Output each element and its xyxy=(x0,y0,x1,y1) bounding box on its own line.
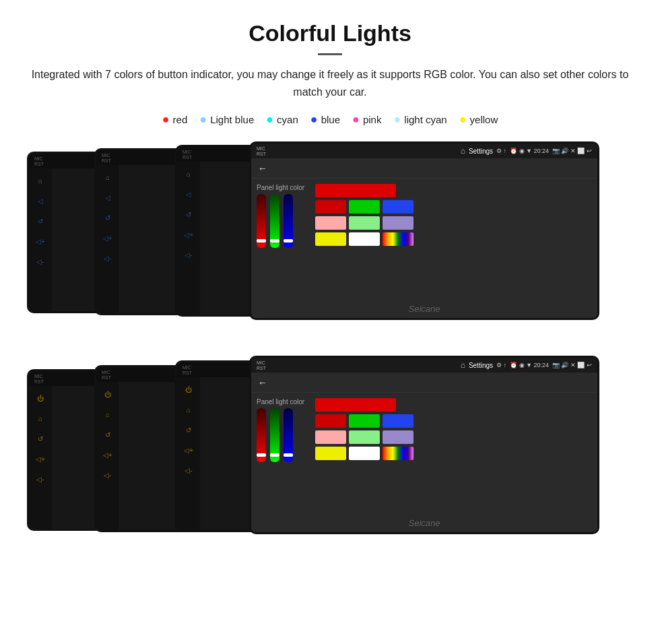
bulb-icon-red: ● xyxy=(162,112,170,127)
swatch-rainbow[interactable] xyxy=(383,232,414,246)
color-item-pink: ● pink xyxy=(352,112,381,127)
swatch-rainbow-2[interactable] xyxy=(383,447,414,460)
screen-group-2: MICRST ⌂ S... ⏻ ⌂ ↺ ◁+ ◁- xyxy=(27,356,633,551)
sliders-area-1 xyxy=(257,194,304,248)
bulb-icon-pink: ● xyxy=(352,112,360,127)
swatch-white-2[interactable] xyxy=(349,447,380,460)
main-screen-2: MICRST ⌂ Settings ⚙ ↑ ⏰ ◉ ▼ 20:24 📷 🔊 ✕ … xyxy=(249,356,599,534)
color-item-red: ● red xyxy=(162,112,188,127)
color-label-lightcyan: light cyan xyxy=(404,114,447,125)
swatch-green[interactable] xyxy=(349,200,380,214)
swatch-lightgreen-2[interactable] xyxy=(349,430,380,444)
panel-label-2: Panel light color xyxy=(257,398,304,406)
color-item-lightblue: ● Light blue xyxy=(199,112,254,127)
color-bullets-row: ● red ● Light blue ● cyan ● blue ● pink … xyxy=(27,112,633,127)
slider-red-1[interactable] xyxy=(257,194,266,248)
swatch-white[interactable] xyxy=(349,232,380,246)
slider-blue-2[interactable] xyxy=(284,408,293,462)
color-item-blue: ● blue xyxy=(310,112,340,127)
bulb-icon-blue: ● xyxy=(310,112,318,127)
slider-green-1[interactable] xyxy=(270,194,279,248)
swatch-row-3b xyxy=(315,430,414,444)
color-item-yellow: ● yellow xyxy=(459,112,498,127)
swatch-red-wide[interactable] xyxy=(315,184,396,197)
color-label-cyan: cyan xyxy=(277,114,298,125)
page-title: Colorful Lights xyxy=(27,20,633,46)
swatches-area-2 xyxy=(315,398,414,527)
swatch-row-3 xyxy=(315,216,414,230)
swatch-yellow-2[interactable] xyxy=(315,447,346,460)
swatch-row-4b xyxy=(315,447,414,460)
settings-label-2: Settings xyxy=(469,362,493,369)
swatch-red-wide-2[interactable] xyxy=(315,398,396,412)
title-divider xyxy=(318,53,342,55)
swatch-green-2[interactable] xyxy=(349,414,380,428)
panel-label-1: Panel light color xyxy=(257,184,304,191)
main-screen-1: MICRST ⌂ Settings ⚙ ↑ ⏰ ◉ ▼ 20:24 📷 🔊 ✕ … xyxy=(249,141,599,320)
page-container: Colorful Lights Integrated with 7 colors… xyxy=(0,0,660,583)
swatch-row-4 xyxy=(315,232,414,246)
settings-label-1: Settings xyxy=(469,148,493,155)
slider-red-2[interactable] xyxy=(257,408,266,462)
color-label-blue: blue xyxy=(321,114,340,125)
screen-group-1: MICRST ⌂ Setti... ⌂ ◁ ↺ ◁+ ◁- xyxy=(27,141,633,337)
color-label-yellow: yellow xyxy=(470,114,498,125)
swatch-pink[interactable] xyxy=(315,216,346,230)
bulb-icon-lightcyan: ● xyxy=(393,112,401,127)
color-label-lightblue: Light blue xyxy=(210,114,254,125)
swatch-lavender-2[interactable] xyxy=(383,430,414,444)
topbar-1: ← xyxy=(251,158,597,179)
back-arrow-2: ← xyxy=(258,377,267,388)
color-label-red: red xyxy=(173,114,188,125)
bulb-icon-lightblue: ● xyxy=(199,112,207,127)
slider-blue-1[interactable] xyxy=(284,194,293,248)
swatch-row-2b xyxy=(315,414,414,428)
watermark-1: Seicane xyxy=(409,304,440,314)
swatch-row-2 xyxy=(315,200,414,214)
status-bar-2: MICRST ⌂ Settings ⚙ ↑ ⏰ ◉ ▼ 20:24 📷 🔊 ✕ … xyxy=(251,358,597,373)
color-item-lightcyan: ● light cyan xyxy=(393,112,447,127)
swatch-lightgreen[interactable] xyxy=(349,216,380,230)
swatch-red[interactable] xyxy=(315,200,346,214)
color-label-pink: pink xyxy=(363,114,382,125)
swatch-pink-2[interactable] xyxy=(315,430,346,444)
back-arrow-1: ← xyxy=(258,163,267,174)
color-item-cyan: ● cyan xyxy=(266,112,298,127)
header-section: Colorful Lights Integrated with 7 colors… xyxy=(27,20,633,100)
bulb-icon-cyan: ● xyxy=(266,112,273,127)
sliders-area-2 xyxy=(257,408,304,462)
swatch-lavender[interactable] xyxy=(383,216,414,230)
swatch-red-2[interactable] xyxy=(315,414,346,428)
watermark-2: Seicane xyxy=(409,518,440,528)
swatches-area-1 xyxy=(315,184,414,313)
page-description: Integrated with 7 colors of button indic… xyxy=(27,66,633,100)
slider-green-2[interactable] xyxy=(270,408,279,462)
swatch-yellow[interactable] xyxy=(315,232,346,246)
topbar-2: ← xyxy=(251,373,597,393)
status-bar-1: MICRST ⌂ Settings ⚙ ↑ ⏰ ◉ ▼ 20:24 📷 🔊 ✕ … xyxy=(251,143,597,158)
bulb-icon-yellow: ● xyxy=(459,112,467,127)
swatch-blue-2[interactable] xyxy=(383,414,414,428)
swatch-blue[interactable] xyxy=(383,200,414,214)
